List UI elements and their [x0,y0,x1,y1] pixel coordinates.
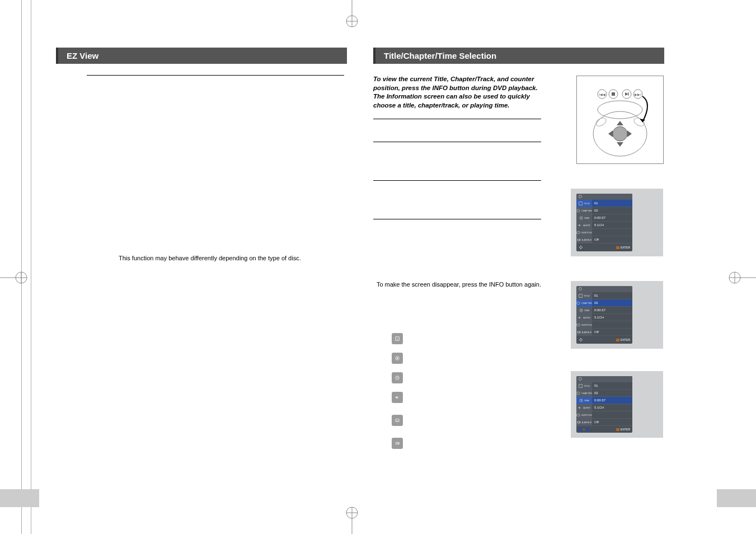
osd-panel-1: TITLE01CHAPTER02TIME0:00:37AUDIO5.1CHSUB… [571,189,663,256]
osd-row-label: TIME [576,307,592,314]
osd-row-label: CHAPTER [576,390,592,397]
osd-row: SUBTITLE [576,321,632,328]
osd-row-label: TITLE [576,382,592,390]
svg-point-58 [577,302,580,305]
osd-row-value: 0:00:37 [592,399,632,402]
osd-header [576,286,632,292]
crop-mark-right [728,269,756,286]
enter-hint: ENTER [616,338,630,342]
enter-hint: ENTER [616,428,630,431]
osd-row: AUDIO5.1CH [576,313,632,321]
osd-inner: TITLE01CHAPTER02TIME0:00:37AUDIO5.1CHSUB… [576,286,632,344]
svg-rect-57 [579,294,583,297]
gray-marker-left [0,489,39,507]
svg-point-19 [397,358,398,359]
enter-icon [616,246,619,249]
osd-row-label: TITLE [576,292,592,299]
osd-row-value: 5.1CH [592,223,632,227]
svg-rect-73 [577,414,580,415]
osd-row-value: 0:00:37 [592,216,632,219]
osd-row-label: CHAPTER [576,299,592,307]
osd-row: TIME0:00:37 [576,214,632,221]
osd-row-value: Off [592,420,632,424]
svg-point-47 [577,209,580,212]
osd-row-label: AUDIO [576,404,592,411]
osd-row-label: SUBTITLE [576,411,592,419]
osd-row: CHAPTER02 [576,299,632,306]
osd-row-value: 02 [592,209,632,212]
gray-marker-right [717,489,756,507]
osd-row-label: AUDIO [576,222,592,229]
svg-rect-68 [579,384,583,387]
remote-diagram: I◀◀ ▶▶I [576,76,664,164]
osd-footer: ENTER [576,335,632,344]
move-hint: ~ [579,428,589,431]
osd-row-label: SUBTITLE [576,321,592,329]
osd-row-label: A.ANGLE [576,419,592,426]
osd-row-value: 02 [592,301,632,305]
osd-footer: ~ENTER [576,425,632,433]
osd-row-value: 0:00:37 [592,308,632,312]
osd-panel-2: TITLE01CHAPTER02TIME0:00:37AUDIO5.1CHSUB… [571,281,663,349]
osd-row-label: TIME [576,214,592,222]
note-text: This function may behave differently dep… [119,255,347,261]
divider-3 [373,180,541,181]
osd-row: A.ANGLEOff [576,236,632,243]
osd-row: TIME0:00:37 [576,396,632,404]
trim-line-1 [21,0,22,534]
svg-marker-64 [580,338,581,339]
osd-row-value: Off [592,330,632,334]
osd-row-value: 01 [592,384,632,387]
left-page: EZ View This function may behave differe… [56,48,347,261]
disappear-note: To make the screen disappear, press the … [373,281,541,288]
osd-row-value: 5.1CH [592,406,632,409]
time-icon [392,372,403,383]
subtitle-icon [392,415,403,426]
osd-header [576,376,632,382]
osd-row: TITLE01 [576,292,632,299]
divider-2 [373,142,541,142]
svg-rect-62 [577,324,580,325]
osd-row-label: CHAPTER [576,207,592,214]
trim-line-2 [31,0,31,534]
svg-point-69 [577,392,580,395]
svg-marker-29 [617,121,623,125]
divider-1 [373,119,541,119]
svg-text:T: T [397,338,398,340]
svg-point-28 [613,127,627,141]
svg-marker-66 [579,339,580,340]
osd-row-label: AUDIO [576,314,592,321]
enter-label: ENTER [621,428,630,431]
svg-marker-55 [579,246,580,248]
crop-mark-bottom [344,506,360,534]
move-hint [579,245,583,250]
svg-rect-63 [577,331,580,333]
osd-row: A.ANGLEOff [576,328,632,335]
osd-row-label: TITLE [576,200,592,207]
osd-row: AUDIO5.1CH [576,221,632,228]
osd-footer: ENTER [576,243,632,251]
svg-marker-54 [580,249,581,250]
svg-marker-67 [582,339,583,340]
osd-inner: TITLE01CHAPTER02TIME0:00:37AUDIO5.1CHSUB… [576,376,632,433]
osd-header [576,194,632,199]
osd-row-value: 5.1CH [592,316,632,319]
osd-row: A.ANGLEOff [576,418,632,425]
crop-mark-top [344,0,360,28]
svg-text:▶▶I: ▶▶I [635,93,641,96]
svg-point-33 [598,101,642,119]
enter-icon [616,339,619,341]
svg-rect-74 [577,421,580,423]
svg-rect-51 [577,231,580,233]
disc-icon [579,377,582,381]
svg-marker-30 [617,142,623,147]
audio-icon [392,392,403,403]
crop-mark-left [0,269,28,286]
svg-marker-53 [580,246,581,247]
osd-row-label: A.ANGLE [576,329,592,336]
osd-row-value: Off [592,238,632,241]
move-hint [579,338,583,342]
remote-svg: I◀◀ ▶▶I [581,81,659,159]
osd-row: SUBTITLE [576,411,632,418]
enter-hint: ENTER [616,245,630,250]
